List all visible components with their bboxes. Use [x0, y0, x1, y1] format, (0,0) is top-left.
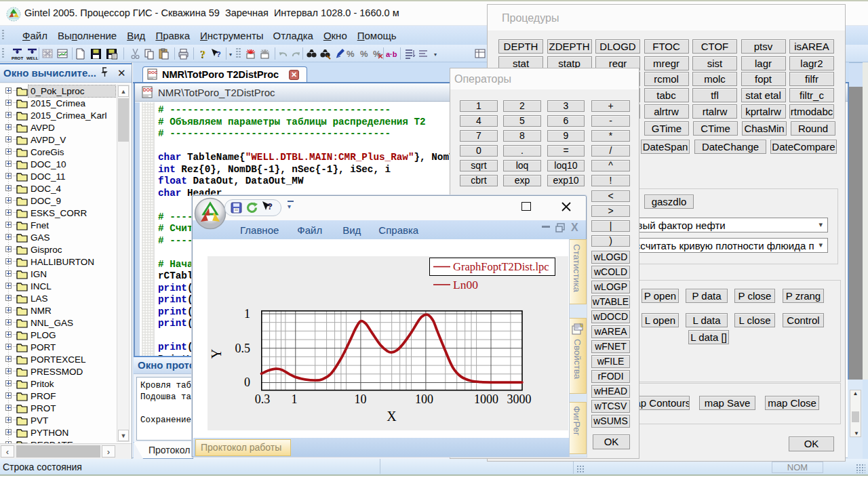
svg-text:%: % — [360, 49, 368, 59]
svg-text:X: X — [387, 409, 397, 424]
svg-text:100: 100 — [415, 392, 433, 406]
svg-text:%: % — [347, 49, 355, 59]
svg-text:10: 10 — [355, 392, 367, 406]
svg-text:a·b: a·b — [386, 50, 397, 58]
svg-text:WELL: WELL — [26, 56, 39, 60]
svg-text:DOC: DOC — [149, 70, 158, 75]
svg-text:PROT: PROT — [12, 56, 23, 60]
svg-text:?: ? — [216, 50, 221, 58]
svg-text:GraphFoptT2Dist.lpc: GraphFoptT2Dist.lpc — [453, 260, 549, 273]
svg-text:1000: 1000 — [474, 392, 498, 406]
svg-text:DOC: DOC — [143, 87, 153, 92]
svg-text:0.3: 0.3 — [255, 392, 271, 406]
svg-text:1: 1 — [244, 307, 250, 321]
svg-text:3000: 3000 — [507, 392, 532, 406]
svg-text:0.5: 0.5 — [235, 342, 251, 355]
svg-text:Ln00: Ln00 — [453, 278, 478, 291]
svg-text:Y: Y — [209, 349, 224, 359]
svg-text:0: 0 — [244, 375, 250, 389]
svg-text:1: 1 — [292, 392, 298, 406]
svg-text:?: ? — [201, 49, 206, 60]
